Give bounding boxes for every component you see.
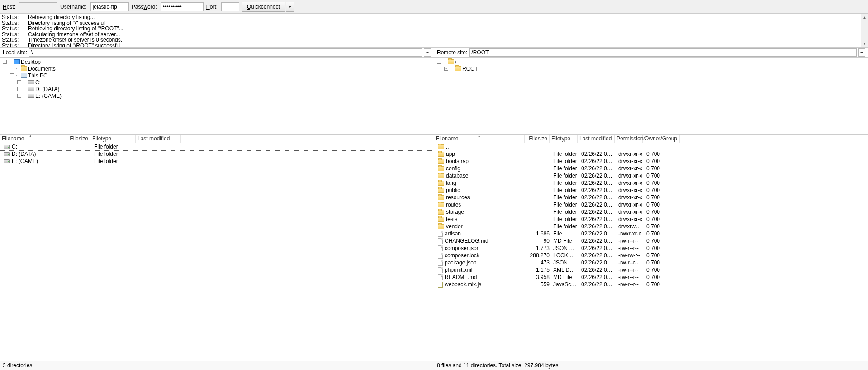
password-input[interactable] [161, 2, 204, 11]
cell-size: 1.773 [526, 245, 551, 251]
table-row[interactable]: artisan1.686File02/26/22 08:49:...-rwxr-… [434, 230, 868, 237]
table-row[interactable]: testsFile folder02/26/22 08:49:...drwxr-… [434, 216, 868, 223]
tree-item[interactable]: +C: [2, 79, 432, 86]
table-row[interactable]: storageFile folder02/26/22 08:49:...drwx… [434, 208, 868, 216]
cell-type: File folder [92, 151, 138, 157]
table-row[interactable]: resourcesFile folder02/26/22 08:49:...dr… [434, 194, 868, 201]
folder-icon [438, 195, 444, 200]
cell-perm: -rw-r--r-- [617, 274, 645, 280]
tree-item[interactable]: -Desktop [2, 58, 432, 65]
quickconnect-dropdown[interactable] [286, 2, 294, 12]
cell-mod: 02/26/22 08:49:... [579, 209, 617, 215]
column-header[interactable]: Filename▴ [434, 135, 525, 143]
remote-path-input[interactable] [469, 48, 857, 57]
table-row[interactable]: README.md3.958MD File02/26/22 08:49:...-… [434, 274, 868, 281]
pc-icon [21, 73, 27, 78]
column-header[interactable]: Last modified [578, 135, 615, 143]
table-row[interactable]: databaseFile folder02/26/22 08:49:...drw… [434, 172, 868, 179]
column-header[interactable]: Filesize [61, 135, 90, 143]
table-row[interactable]: composer.lock288.270LOCK File02/26/22 09… [434, 252, 868, 259]
cell-perm: drwxrwxr-x [617, 223, 645, 230]
cell-own: 0 700 [645, 274, 682, 280]
cell-perm: drwxr-xr-x [617, 158, 645, 164]
host-input[interactable] [19, 2, 57, 11]
filename: D: (DATA) [12, 151, 36, 157]
table-row[interactable]: E: (GAME)File folder [0, 158, 434, 165]
folder-icon [438, 166, 444, 171]
message-log[interactable]: Status:Retrieving directory listing...St… [0, 14, 868, 48]
tree-item[interactable]: -This PC [2, 72, 432, 79]
filename: C: [12, 144, 17, 150]
expander-icon[interactable]: + [17, 80, 21, 84]
local-path-input[interactable] [29, 48, 422, 57]
local-tree[interactable]: -DesktopDocuments-This PC+C:+D: (DATA)+E… [0, 58, 434, 135]
remote-file-list[interactable]: Filename▴FilesizeFiletypeLast modifiedPe… [434, 135, 868, 361]
cell-perm: drwxr-xr-x [617, 187, 645, 193]
cell-own: 0 700 [645, 245, 682, 251]
table-row[interactable]: CHANGELOG.md90MD File02/26/22 08:49:...-… [434, 237, 868, 245]
table-row[interactable]: phpunit.xml1.175XML Docu...02/26/22 08:4… [434, 266, 868, 274]
table-row[interactable]: webpack.mix.js559JavaScript ...02/26/22 … [434, 281, 868, 288]
cell-type: File folder [551, 209, 579, 215]
cell-perm: drwxr-xr-x [617, 151, 645, 157]
table-row[interactable]: C:File folder [0, 143, 434, 150]
port-input[interactable] [221, 2, 239, 11]
cell-perm: -rw-r--r-- [617, 245, 645, 251]
column-header[interactable]: Owner/Group [643, 135, 680, 143]
column-header[interactable]: Last modified [136, 135, 181, 143]
remote-tree[interactable]: -/+ROOT [434, 58, 868, 135]
tree-item[interactable]: +ROOT [436, 65, 866, 72]
cell-size: 3.958 [526, 274, 551, 280]
filename: config [446, 165, 460, 172]
cell-type: File folder [551, 223, 579, 230]
local-path-dropdown[interactable] [424, 48, 431, 57]
username-input[interactable] [90, 2, 129, 11]
column-header[interactable]: Filename▴ [0, 135, 61, 143]
folder-icon [438, 152, 444, 157]
remote-path-dropdown[interactable] [858, 48, 865, 57]
quickconnect-button[interactable]: Quickconnect [242, 2, 285, 12]
table-row[interactable]: appFile folder02/26/22 08:49:...drwxr-xr… [434, 150, 868, 158]
tree-item[interactable]: Documents [2, 65, 432, 72]
table-row[interactable]: configFile folder02/26/22 08:49:...drwxr… [434, 165, 868, 172]
drive-icon [4, 152, 10, 156]
folder-icon [438, 181, 444, 186]
table-row[interactable]: langFile folder02/26/22 08:49:...drwxr-x… [434, 179, 868, 187]
expander-icon[interactable]: - [10, 73, 14, 77]
table-row[interactable]: publicFile folder02/26/22 08:49:...drwxr… [434, 187, 868, 194]
table-row[interactable]: .. [434, 143, 868, 150]
expander-icon[interactable]: - [437, 60, 441, 64]
cell-own: 0 700 [645, 259, 682, 266]
cell-mod: 02/26/22 08:49:... [579, 245, 617, 251]
tree-item[interactable]: -/ [436, 58, 866, 65]
column-header[interactable]: Filetype [90, 135, 136, 143]
table-row[interactable]: package.json473JSON File02/26/22 08:49:.… [434, 259, 868, 266]
table-row[interactable]: composer.json1.773JSON File02/26/22 08:4… [434, 245, 868, 252]
column-header[interactable]: Filetype [550, 135, 578, 143]
tree-label: ROOT [462, 66, 478, 72]
cell-own: 0 700 [645, 187, 682, 193]
expander-icon[interactable]: - [3, 60, 7, 64]
table-row[interactable]: bootstrapFile folder02/26/22 08:49:...dr… [434, 158, 868, 165]
cell-own: 0 700 [645, 267, 682, 273]
tree-label: C: [35, 79, 41, 86]
expander-icon[interactable]: + [17, 94, 21, 98]
column-header[interactable]: Permissions [615, 135, 643, 143]
filename: database [446, 173, 468, 179]
tree-item[interactable]: +E: (GAME) [2, 92, 432, 99]
cell-own: 0 700 [645, 231, 682, 237]
table-row[interactable]: routesFile folder02/26/22 08:49:...drwxr… [434, 201, 868, 208]
cell-perm: -rw-rw-r-- [617, 252, 645, 259]
expander-icon[interactable]: + [17, 87, 21, 91]
filename: routes [446, 202, 461, 208]
cell-type: JSON File [551, 245, 579, 251]
local-file-list[interactable]: Filename▴FilesizeFiletypeLast modified C… [0, 135, 434, 361]
filename: webpack.mix.js [445, 281, 481, 288]
log-scrollbar[interactable]: ▲▼ [861, 14, 868, 47]
column-header[interactable]: Filesize [525, 135, 550, 143]
table-row[interactable]: D: (DATA)File folder [0, 150, 434, 158]
table-row[interactable]: vendorFile folder02/26/22 09:00:...drwxr… [434, 223, 868, 230]
expander-icon[interactable]: + [444, 67, 448, 71]
tree-item[interactable]: +D: (DATA) [2, 86, 432, 92]
cell-perm: drwxr-xr-x [617, 165, 645, 172]
